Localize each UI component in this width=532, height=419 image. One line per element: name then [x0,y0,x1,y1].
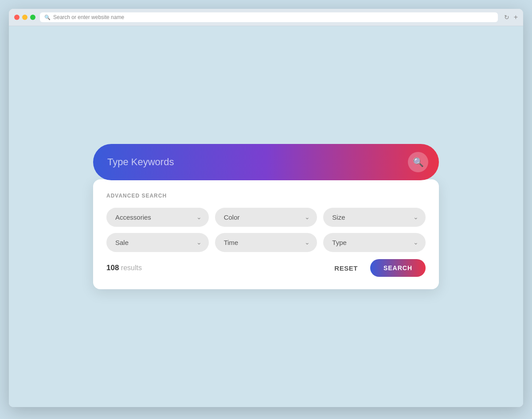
search-submit-icon[interactable]: 🔍 [408,152,428,172]
results-row: 108 results RESET SEARCH [106,259,426,277]
action-buttons: RESET SEARCH [327,259,426,277]
time-select[interactable]: Time New Arrivals Last 30 days Last 90 d… [215,233,317,252]
browser-window: 🔍 Search or enter website name ↻ + 🔍 ADV… [9,9,523,407]
address-bar-search-icon: 🔍 [44,15,51,20]
results-label: results [121,264,142,272]
minimize-button-dot[interactable] [22,15,27,20]
color-filter-wrapper: Color Red Blue Green Black White [215,208,317,227]
results-count: 108 results [106,264,142,272]
results-number: 108 [106,264,119,272]
close-button-dot[interactable] [14,15,20,20]
advanced-search-title: ADVANCED SEARCH [106,193,426,199]
maximize-button-dot[interactable] [30,15,35,20]
browser-content: 🔍 ADVANCED SEARCH Accessories Clothing S… [9,26,523,407]
main-search-bar: 🔍 [93,144,439,180]
time-filter-wrapper: Time New Arrivals Last 30 days Last 90 d… [215,233,317,252]
search-button[interactable]: SEARCH [370,259,426,277]
window-controls [14,15,35,20]
filters-grid: Accessories Clothing Shoes Bags Color Re… [106,208,426,252]
type-filter-wrapper: Type Casual Formal Sports [323,233,426,252]
address-bar[interactable]: 🔍 Search or enter website name [40,12,498,22]
refresh-button[interactable]: ↻ [504,14,509,21]
color-select[interactable]: Color Red Blue Green Black White [215,208,317,227]
search-magnifier-icon: 🔍 [413,157,424,167]
category-filter-wrapper: Accessories Clothing Shoes Bags [106,208,209,227]
browser-toolbar: 🔍 Search or enter website name ↻ + [9,9,523,26]
keyword-search-input[interactable] [107,156,408,168]
size-filter-wrapper: Size XS S M L XL XXL [323,208,426,227]
sale-filter-wrapper: Sale On Sale Not on Sale [106,233,209,252]
address-bar-text: Search or enter website name [53,14,124,20]
new-tab-button[interactable]: + [514,13,518,21]
search-widget: 🔍 ADVANCED SEARCH Accessories Clothing S… [93,144,439,289]
sale-select[interactable]: Sale On Sale Not on Sale [106,233,209,252]
category-select[interactable]: Accessories Clothing Shoes Bags [106,208,209,227]
reset-button[interactable]: RESET [327,260,365,276]
size-select[interactable]: Size XS S M L XL XXL [323,208,426,227]
type-select[interactable]: Type Casual Formal Sports [323,233,426,252]
advanced-search-panel: ADVANCED SEARCH Accessories Clothing Sho… [93,179,439,289]
